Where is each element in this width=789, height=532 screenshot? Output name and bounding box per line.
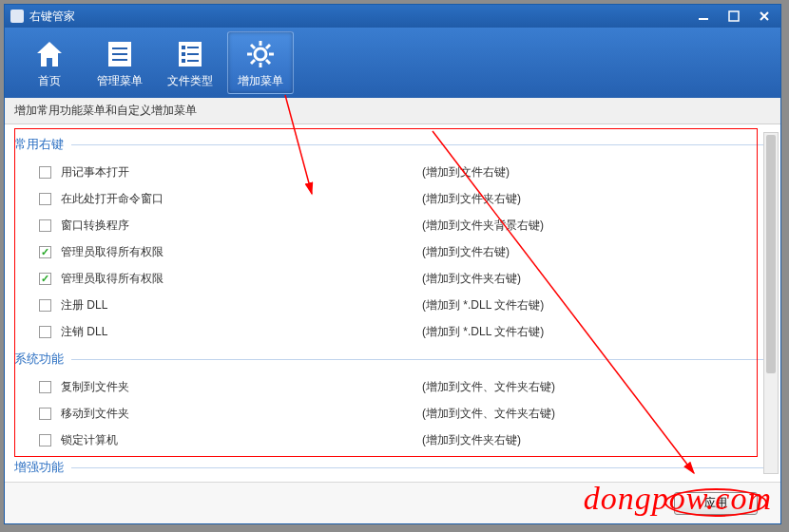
svg-rect-0 bbox=[699, 18, 708, 20]
option-label: 用记事本打开 bbox=[61, 164, 422, 180]
option-label: 注销 DLL bbox=[61, 324, 422, 340]
titlebar: 右键管家 bbox=[5, 5, 780, 28]
checkbox[interactable] bbox=[39, 408, 51, 420]
option-desc: (增加到文件夹右键) bbox=[422, 271, 521, 287]
option-label: 移动到文件夹 bbox=[61, 406, 422, 422]
svg-rect-1 bbox=[729, 11, 739, 21]
checklist-icon bbox=[173, 37, 207, 71]
gear-icon bbox=[243, 37, 278, 71]
tab-label: 增加菜单 bbox=[238, 73, 283, 89]
option-move-to-folder[interactable]: 移动到文件夹 (增加到文件、文件夹右键) bbox=[14, 400, 771, 427]
svg-line-21 bbox=[251, 60, 255, 64]
option-desc: (增加到 *.DLL 文件右键) bbox=[422, 324, 544, 340]
option-desc: (增加到文件、文件夹右键) bbox=[422, 379, 555, 395]
option-label: 锁定计算机 bbox=[61, 432, 422, 448]
svg-rect-7 bbox=[182, 46, 185, 49]
group-system: 系统功能 复制到文件夹 (增加到文件、文件夹右键) 移动到文件夹 (增加到文件、… bbox=[14, 351, 771, 453]
option-register-dll[interactable]: 注册 DLL (增加到 *.DLL 文件右键) bbox=[14, 292, 771, 318]
bottom-bar: 应用 bbox=[5, 482, 780, 523]
svg-line-20 bbox=[266, 45, 270, 48]
option-unregister-dll[interactable]: 注销 DLL (增加到 *.DLL 文件右键) bbox=[14, 318, 771, 345]
option-desc: (增加到 *.DLL 文件右键) bbox=[422, 297, 544, 314]
group-title: 常用右键 bbox=[14, 136, 771, 153]
home-tab[interactable]: 首页 bbox=[16, 31, 83, 94]
app-icon bbox=[10, 10, 24, 23]
titlebar-left: 右键管家 bbox=[10, 9, 75, 25]
subtitle-bar: 增加常用功能菜单和自定义增加菜单 bbox=[5, 98, 780, 124]
svg-rect-5 bbox=[112, 59, 127, 61]
svg-rect-8 bbox=[187, 47, 199, 48]
filetype-tab[interactable]: 文件类型 bbox=[157, 31, 223, 94]
svg-rect-11 bbox=[182, 59, 185, 63]
add-menu-tab[interactable]: 增加菜单 bbox=[227, 31, 294, 94]
option-desc: (增加到文件、文件夹右键) bbox=[422, 406, 555, 422]
group-common: 常用右键 用记事本打开 (增加到文件右键) 在此处打开命令窗口 (增加到文件夹右… bbox=[14, 136, 771, 345]
option-notepad-open[interactable]: 用记事本打开 (增加到文件右键) bbox=[14, 159, 771, 185]
app-title: 右键管家 bbox=[29, 9, 75, 25]
content-area: 常用右键 用记事本打开 (增加到文件右键) 在此处打开命令窗口 (增加到文件夹右… bbox=[5, 124, 780, 482]
svg-rect-10 bbox=[187, 53, 199, 55]
group-title: 增强功能 bbox=[14, 459, 771, 476]
svg-line-18 bbox=[251, 45, 255, 48]
option-desc: (增加到文件右键) bbox=[422, 244, 510, 260]
option-label: 复制到文件夹 bbox=[61, 379, 422, 395]
minimize-button[interactable] bbox=[693, 8, 714, 25]
svg-point-13 bbox=[255, 48, 266, 60]
manage-menu-tab[interactable]: 管理菜单 bbox=[87, 31, 153, 94]
maximize-button[interactable] bbox=[723, 8, 744, 25]
checkbox[interactable] bbox=[39, 193, 51, 205]
svg-line-19 bbox=[266, 60, 270, 64]
checkbox[interactable] bbox=[39, 246, 51, 258]
checkbox[interactable] bbox=[39, 434, 51, 446]
subtitle-text: 增加常用功能菜单和自定义增加菜单 bbox=[14, 104, 197, 117]
option-desc: (增加到文件夹右键) bbox=[422, 191, 521, 207]
option-desc: (增加到文件夹右键) bbox=[422, 432, 521, 448]
option-desc: (增加到文件夹背景右键) bbox=[422, 218, 544, 234]
group-enhance: 增强功能 bbox=[14, 459, 771, 476]
option-admin-folder[interactable]: 管理员取得所有权限 (增加到文件夹右键) bbox=[14, 265, 771, 292]
tab-label: 管理菜单 bbox=[97, 73, 143, 89]
group-title: 系统功能 bbox=[14, 351, 771, 368]
option-label: 管理员取得所有权限 bbox=[61, 271, 422, 287]
toolbar: 首页 管理菜单 文件类型 增加菜单 bbox=[5, 28, 780, 98]
svg-rect-4 bbox=[112, 53, 127, 55]
option-lock-computer[interactable]: 锁定计算机 (增加到文件夹右键) bbox=[14, 427, 771, 453]
svg-rect-12 bbox=[187, 60, 199, 62]
svg-rect-3 bbox=[112, 48, 127, 49]
tab-label: 首页 bbox=[38, 73, 61, 89]
checkbox[interactable] bbox=[39, 299, 51, 312]
option-window-switch[interactable]: 窗口转换程序 (增加到文件夹背景右键) bbox=[14, 212, 771, 238]
checkbox[interactable] bbox=[39, 273, 51, 285]
app-window: 右键管家 首页 管理菜单 bbox=[4, 4, 781, 524]
option-label: 在此处打开命令窗口 bbox=[61, 191, 422, 207]
scroll-thumb[interactable] bbox=[766, 135, 776, 373]
close-button[interactable] bbox=[754, 8, 775, 25]
checkbox[interactable] bbox=[39, 381, 51, 393]
window-controls bbox=[693, 8, 775, 25]
checkbox[interactable] bbox=[39, 219, 51, 232]
vertical-scrollbar[interactable] bbox=[763, 132, 779, 474]
option-cmd-here[interactable]: 在此处打开命令窗口 (增加到文件夹右键) bbox=[14, 185, 771, 212]
tab-label: 文件类型 bbox=[167, 73, 213, 89]
home-icon bbox=[32, 37, 67, 71]
option-label: 注册 DLL bbox=[61, 297, 422, 314]
option-admin-file[interactable]: 管理员取得所有权限 (增加到文件右键) bbox=[14, 238, 771, 265]
option-desc: (增加到文件右键) bbox=[422, 164, 510, 180]
svg-rect-9 bbox=[182, 52, 185, 56]
option-copy-to-folder[interactable]: 复制到文件夹 (增加到文件、文件夹右键) bbox=[14, 373, 771, 400]
list-icon bbox=[103, 37, 137, 71]
checkbox[interactable] bbox=[39, 326, 51, 338]
option-label: 管理员取得所有权限 bbox=[61, 244, 422, 260]
option-label: 窗口转换程序 bbox=[61, 218, 422, 234]
checkbox[interactable] bbox=[39, 166, 51, 179]
apply-button[interactable]: 应用 bbox=[674, 492, 758, 515]
